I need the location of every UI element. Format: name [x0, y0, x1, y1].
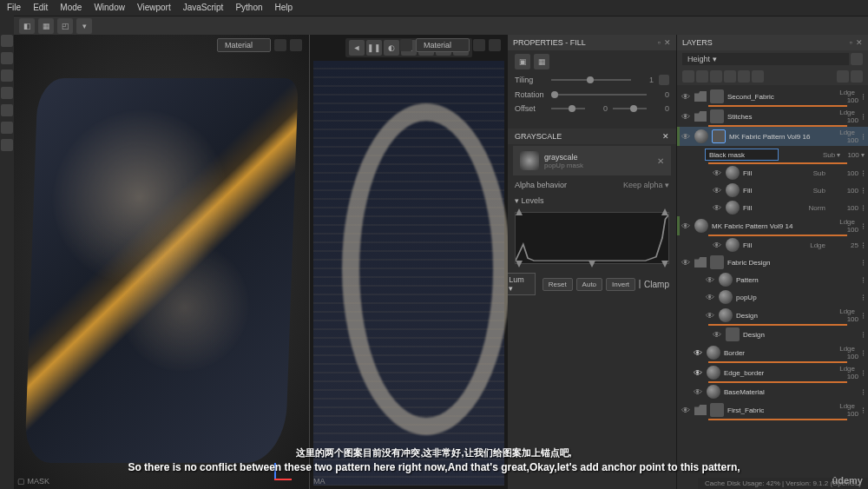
layer-mode[interactable]: Ldge — [832, 402, 858, 410]
viewport-3d[interactable]: Material ▢ MASK — [14, 35, 309, 489]
layer-opacity[interactable]: 100 — [832, 169, 858, 177]
rotation-value[interactable]: 0 — [652, 90, 669, 99]
offset-x-slider[interactable] — [551, 108, 585, 109]
layer-opacity[interactable]: 100 — [832, 96, 858, 104]
rotation-slider[interactable] — [551, 94, 647, 96]
add-fill-icon[interactable] — [724, 70, 736, 83]
visibility-toggle[interactable]: 👁 — [681, 221, 691, 231]
offset-y-slider[interactable] — [613, 108, 647, 109]
visibility-toggle[interactable]: 👁 — [705, 274, 715, 285]
tool-smudge[interactable] — [1, 104, 13, 116]
tool-fill[interactable] — [1, 87, 13, 99]
layers-close-icon[interactable]: ✕ — [856, 38, 863, 47]
layer-name[interactable]: Fabric Design — [727, 259, 858, 267]
panel-close-icon[interactable]: ✕ — [664, 38, 671, 47]
layer-row-14[interactable]: 👁Edge_borderLdge100⁝ — [677, 363, 868, 382]
fill-projection-icon[interactable]: ▣ — [515, 54, 530, 69]
layer-row-2[interactable]: 👁MK Fabric Pattern Vol9 16Ldge100⁝ — [677, 127, 868, 146]
layer-row-16[interactable]: 👁First_FabricLdge100⁝ — [677, 400, 868, 420]
layer-name[interactable]: BaseMaterial — [724, 388, 858, 396]
delete-layer-icon[interactable] — [837, 70, 849, 83]
add-effect-icon[interactable] — [710, 70, 722, 83]
mask-name-input[interactable] — [705, 149, 779, 161]
tiling-lock-icon[interactable] — [659, 75, 669, 85]
layer-opacity[interactable]: 100 — [832, 353, 858, 360]
layer-opacity[interactable]: 100 — [832, 226, 858, 234]
layer-opacity[interactable]: 25 — [832, 241, 858, 249]
vp-camera-icon[interactable] — [290, 39, 302, 51]
visibility-toggle[interactable]: 👁 — [693, 347, 703, 358]
vp2d-pause-icon[interactable]: ❚❚ — [366, 40, 382, 56]
layer-name[interactable]: First_Fabric — [727, 406, 829, 414]
source-close-icon[interactable]: ✕ — [657, 156, 664, 166]
close-section-icon[interactable]: ✕ — [662, 132, 669, 141]
histogram[interactable] — [515, 212, 669, 264]
auto-button[interactable]: Auto — [576, 278, 602, 291]
offset-x-value[interactable]: 0 — [590, 104, 608, 113]
layer-row-7[interactable]: 👁FillLdge25⁝ — [677, 236, 868, 254]
layer-row-12[interactable]: 👁Design⁝ — [677, 326, 868, 343]
layer-name[interactable]: MK Fabric Pattern Vol9 14 — [712, 222, 829, 230]
layer-row-1[interactable]: 👁StitchesLdge100⁝ — [677, 107, 868, 126]
menu-window[interactable]: Window — [94, 3, 125, 13]
visibility-toggle[interactable]: 👁 — [693, 387, 703, 397]
layer-row-4[interactable]: 👁FillSub100⁝ — [677, 182, 868, 199]
layer-menu-icon[interactable]: ⁝ — [862, 221, 865, 231]
fill-uv-icon[interactable]: ▦ — [534, 54, 549, 69]
channel-dropdown[interactable]: Height ▾ — [682, 53, 849, 65]
level-in-low[interactable] — [516, 208, 523, 215]
layer-menu-icon[interactable]: ⁝ — [862, 203, 865, 213]
layer-mode[interactable]: Ldge — [806, 241, 829, 249]
add-smart-icon[interactable] — [738, 70, 750, 83]
menu-help[interactable]: Help — [275, 3, 293, 13]
reset-button[interactable]: Reset — [542, 278, 573, 291]
layer-menu-icon[interactable]: ⁝ — [862, 169, 865, 178]
mask-opacity[interactable]: 100 ▾ — [847, 151, 865, 159]
level-out-high[interactable] — [661, 261, 668, 268]
material-mode-2d-dropdown[interactable]: Material — [416, 38, 470, 52]
offset-y-value[interactable]: 0 — [652, 104, 669, 113]
vp-settings-icon[interactable] — [274, 39, 286, 51]
layer-row-5[interactable]: 👁FillNorm100⁝ — [677, 199, 868, 216]
layer-mode[interactable]: Ldge — [832, 365, 858, 373]
visibility-toggle[interactable]: 👁 — [712, 240, 722, 250]
invert-button[interactable]: Invert — [606, 278, 635, 291]
mask-mode-dropdown[interactable]: Sub ▾ — [819, 151, 844, 159]
layer-menu-icon[interactable]: ⁝ — [862, 311, 865, 320]
layer-name[interactable]: Design — [743, 331, 858, 339]
layer-mode[interactable]: Ldge — [832, 109, 858, 116]
layer-name[interactable]: Design — [736, 312, 829, 320]
layer-name[interactable]: Border — [724, 349, 829, 357]
layer-name[interactable]: Fill — [743, 187, 806, 195]
tool-eraser[interactable] — [1, 52, 13, 64]
visibility-toggle[interactable]: 👁 — [712, 168, 722, 178]
layer-menu-icon[interactable]: ⁝ — [862, 241, 865, 250]
layer-mode[interactable]: Ldge — [832, 89, 858, 96]
layer-name[interactable]: Pattern — [736, 276, 858, 284]
visibility-toggle[interactable]: 👁 — [712, 202, 722, 213]
layer-menu-icon[interactable]: ⁝ — [862, 330, 865, 340]
layer-mode[interactable]: Ldge — [832, 307, 858, 315]
menu-python[interactable]: Python — [235, 3, 262, 13]
visibility-toggle[interactable]: 👁 — [681, 91, 691, 102]
layer-name[interactable]: Stitches — [727, 113, 829, 121]
vp2d-grid-icon[interactable] — [400, 39, 412, 51]
viewport-2d[interactable]: ◄ ❚❚ ◐ ▦ ● ✎ 📷 Material MA — [309, 35, 508, 489]
layer-row-6[interactable]: 👁MK Fabric Pattern Vol9 14Ldge100⁝ — [677, 216, 868, 235]
menu-file[interactable]: File — [7, 3, 21, 13]
vp2d-settings-icon[interactable] — [473, 39, 485, 51]
menu-mode[interactable]: Mode — [60, 3, 82, 13]
layer-menu-icon[interactable]: ⁝ — [862, 186, 865, 195]
layer-row-0[interactable]: 👁Second_FabricLdge100⁝ — [677, 87, 868, 106]
visibility-toggle[interactable]: 👁 — [693, 367, 703, 378]
layer-row-13[interactable]: 👁BorderLdge100⁝ — [677, 343, 868, 362]
vp2d-perspective-icon[interactable]: ◄ — [349, 40, 365, 56]
toolbar-cube-icon[interactable]: ◰ — [57, 18, 73, 34]
layer-menu-icon[interactable]: ⁝ — [862, 112, 865, 122]
tool-projection[interactable] — [1, 69, 13, 82]
menu-javascript[interactable]: JavaScript — [183, 3, 224, 13]
layer-menu-icon[interactable]: ⁝ — [862, 132, 865, 142]
tiling-slider[interactable] — [551, 79, 631, 81]
layer-name[interactable]: Edge_border — [724, 369, 829, 377]
vp2d-light-icon[interactable]: ◐ — [384, 40, 399, 56]
